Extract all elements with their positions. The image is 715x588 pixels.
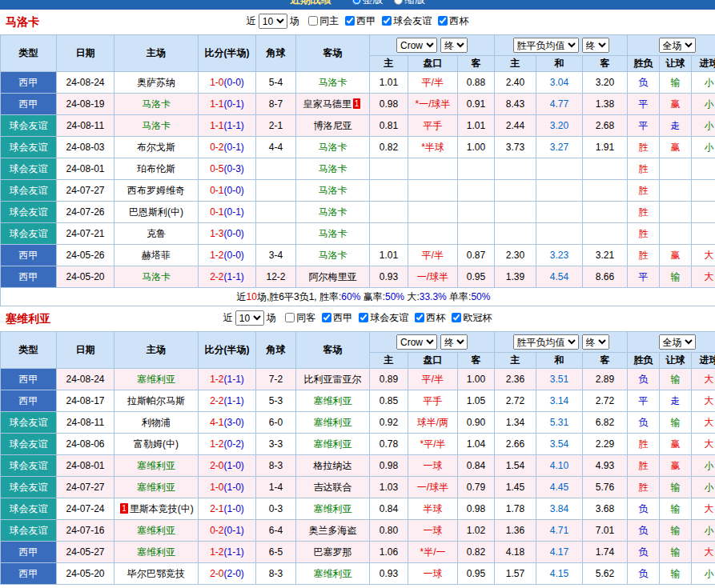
radio-full-version[interactable]: 整版: [344, 0, 384, 6]
fulltime-select[interactable]: 全场: [659, 38, 696, 53]
home-team-name[interactable]: 赫塔菲: [142, 250, 171, 261]
checkbox-input[interactable]: [308, 16, 318, 26]
home-team-name[interactable]: 塞维利亚: [137, 525, 175, 536]
letball-result-cell: 赢: [660, 245, 692, 266]
away-team-name[interactable]: 马洛卡: [319, 185, 347, 196]
away-team-name[interactable]: 塞维利亚: [314, 417, 352, 428]
letball-result-cell: 输: [660, 520, 692, 542]
away-team-name[interactable]: 巴塞罗那: [314, 546, 352, 558]
away-team-name[interactable]: 马洛卡: [319, 163, 347, 174]
home-team-name[interactable]: 奥萨苏纳: [137, 77, 175, 88]
filter-checkbox[interactable]: 西甲: [345, 15, 376, 26]
odds-group-header: Crow终: [370, 332, 495, 353]
away-team-name[interactable]: 奥兰多海盗: [309, 525, 357, 536]
filter-checkbox[interactable]: 同客: [285, 312, 315, 323]
radio-compact-version[interactable]: 缩版: [386, 0, 425, 6]
odds-away-cell: 0.98: [458, 498, 495, 520]
home-team-name[interactable]: 马洛卡: [142, 271, 171, 282]
away-team-name[interactable]: 阿尔梅里亚: [309, 271, 357, 282]
corner-cell: 8-7: [256, 94, 296, 115]
match-count-select[interactable]: 10: [235, 310, 264, 326]
result-cell: 负: [628, 520, 660, 542]
away-team-name[interactable]: 格拉纳达: [314, 460, 352, 471]
home-team-name[interactable]: 拉斯帕尔马斯: [127, 395, 185, 406]
away-team-name[interactable]: 博洛尼亚: [314, 120, 352, 131]
checkbox-input[interactable]: [322, 313, 331, 322]
team-section-mallorca: 马洛卡 近10场 同主西甲球会友谊西杯 类型 日期 主场 比分(半场) 角球 客…: [0, 10, 715, 306]
score-cell: 0-2(0-1): [199, 137, 256, 158]
home-rank-badge: 1: [120, 503, 128, 514]
checkbox-input[interactable]: [452, 313, 461, 322]
away-team-name[interactable]: 马洛卡: [319, 142, 347, 153]
away-team-name[interactable]: 塞维利亚: [314, 395, 352, 406]
filter-checkbox[interactable]: 西杯: [438, 15, 468, 26]
home-team-name[interactable]: 塞维利亚: [137, 374, 175, 385]
home-team-name[interactable]: 马洛卡: [142, 98, 171, 110]
home-team-name[interactable]: 珀布伦斯: [137, 163, 175, 174]
avg-select[interactable]: 胜平负均值: [513, 334, 579, 350]
home-team-name[interactable]: 富勒姆(中): [134, 438, 179, 450]
radio-compact-input[interactable]: [394, 0, 403, 5]
bookmaker-select[interactable]: Crow: [396, 38, 437, 53]
away-team-name[interactable]: 塞维利亚: [314, 568, 352, 579]
away-team-name[interactable]: 马洛卡: [319, 228, 347, 239]
corner-cell: 4-4: [256, 137, 296, 158]
score-cell: 2-0(1-0): [199, 455, 256, 477]
letball-result-cell: 赢: [660, 434, 692, 455]
avg-final-select[interactable]: 终: [582, 38, 609, 53]
checkbox-input[interactable]: [345, 16, 355, 26]
match-row: 西甲 24-08-17 拉斯帕尔马斯 2-2(1-1) 5-3 塞维利亚 0.8…: [1, 390, 715, 412]
filter-checkbox[interactable]: 西杯: [415, 312, 445, 323]
home-team-name[interactable]: 塞维利亚: [137, 546, 175, 558]
checkbox-input[interactable]: [415, 313, 424, 322]
home-team-name[interactable]: 塞维利亚: [137, 482, 175, 493]
away-team-name[interactable]: 塞维利亚: [314, 503, 352, 514]
col-away: 客场: [296, 332, 370, 369]
radio-full-input[interactable]: [352, 0, 361, 5]
away-team-name[interactable]: 塞维利亚: [314, 438, 352, 450]
home-team-name[interactable]: 布尔戈斯: [137, 142, 175, 153]
avg-draw-cell: 4.15: [536, 563, 583, 585]
odds-home-cell: [370, 180, 408, 202]
fulltime-select[interactable]: 全场: [659, 334, 696, 350]
goals-result-cell: 小: [692, 137, 715, 158]
filter-checkbox[interactable]: 西甲: [322, 312, 352, 323]
away-team-name[interactable]: 比利亚雷亚尔: [304, 374, 362, 385]
filter-checkbox[interactable]: 欧冠杯: [452, 312, 492, 323]
home-team-name[interactable]: 利物浦: [142, 417, 171, 428]
corner-cell: [256, 180, 296, 202]
checkbox-input[interactable]: [438, 16, 448, 26]
odds-final-select[interactable]: 终: [440, 334, 468, 350]
halftime-score: (0-1): [224, 142, 244, 153]
avg-draw-cell: 4.77: [536, 94, 583, 115]
away-team-name[interactable]: 马洛卡: [319, 206, 347, 218]
odds-final-select[interactable]: 终: [440, 38, 468, 53]
checkbox-input[interactable]: [285, 313, 295, 322]
result-cell: 胜: [628, 223, 660, 245]
away-team-name[interactable]: 吉达联合: [314, 482, 352, 493]
home-team-name[interactable]: 西布罗姆维奇: [127, 185, 185, 196]
filter-checkbox[interactable]: 球会友谊: [359, 312, 408, 323]
home-team-cell: 塞维利亚: [114, 477, 199, 498]
match-count-select[interactable]: 10: [259, 14, 287, 29]
home-team-name[interactable]: 克鲁: [147, 228, 166, 239]
home-team-name[interactable]: 巴恩斯利(中): [129, 206, 183, 218]
bookmaker-select[interactable]: Crow: [396, 334, 437, 350]
filter-checkbox[interactable]: 同主: [308, 15, 339, 26]
checkbox-input[interactable]: [382, 16, 392, 26]
away-team-name[interactable]: 马洛卡: [319, 250, 347, 261]
home-team-name[interactable]: 里斯本竞技(中): [130, 503, 194, 514]
match-date: 24-07-21: [57, 223, 114, 245]
avg-final-select[interactable]: 终: [582, 334, 609, 350]
odds-away-cell: 0.95: [458, 266, 495, 288]
corner-cell: [256, 158, 296, 180]
away-team-name[interactable]: 皇家马德里: [303, 98, 351, 110]
home-team-name[interactable]: 塞维利亚: [137, 460, 175, 471]
goals-result-cell: 小: [692, 477, 715, 498]
home-team-name[interactable]: 毕尔巴鄂竞技: [127, 568, 185, 579]
avg-select[interactable]: 胜平负均值: [513, 38, 579, 53]
home-team-name[interactable]: 马洛卡: [142, 120, 171, 131]
checkbox-input[interactable]: [359, 313, 368, 322]
away-team-name[interactable]: 马洛卡: [319, 77, 347, 88]
filter-checkbox[interactable]: 球会友谊: [382, 15, 432, 26]
